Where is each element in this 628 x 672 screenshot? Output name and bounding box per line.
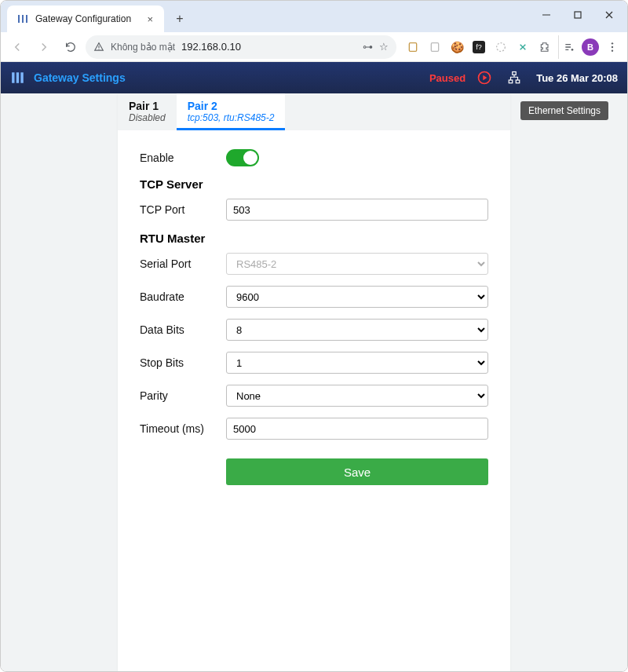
tab-pair-2[interactable]: Pair 2 tcp:503, rtu:RS485-2 <box>177 93 286 130</box>
sidepanel-icon[interactable] <box>558 35 579 59</box>
app-header: Gateway Settings Paused Tue 26 Mar 20:08 <box>1 62 627 93</box>
svg-rect-24 <box>509 80 513 83</box>
minimize-button[interactable] <box>533 4 560 26</box>
datetime: Tue 26 Mar 20:08 <box>536 72 618 84</box>
browser-toolbar: Không bảo mật 192.168.0.10 ⊶ ☆ 🍪 f? B <box>1 32 627 62</box>
window-controls <box>533 4 623 26</box>
menu-button[interactable] <box>602 35 623 59</box>
svg-point-18 <box>612 49 613 51</box>
address-text: 192.168.0.10 <box>181 41 241 53</box>
app-logo-icon <box>10 70 26 86</box>
databits-label: Data Bits <box>140 323 226 336</box>
tcp-port-label: TCP Port <box>140 203 226 216</box>
workspace: Ethernet Settings Pair 1 Disabled Pair 2… <box>1 93 627 671</box>
svg-rect-20 <box>16 72 19 83</box>
tab-pair-1-subtitle: Disabled <box>129 112 166 123</box>
svg-point-11 <box>497 42 506 51</box>
tooltip-ethernet: Ethernet Settings <box>520 101 608 120</box>
tcp-port-input[interactable] <box>226 199 488 221</box>
settings-card: Pair 1 Disabled Pair 2 tcp:503, rtu:RS48… <box>118 93 510 671</box>
tab-pair-1[interactable]: Pair 1 Disabled <box>118 93 177 130</box>
ext-icon-2[interactable] <box>425 35 445 59</box>
pair-tabs: Pair 1 Disabled Pair 2 tcp:503, rtu:RS48… <box>118 93 510 130</box>
ext-icon-5[interactable] <box>491 35 511 59</box>
back-button[interactable] <box>5 35 29 59</box>
tcp-section-header: TCP Server <box>140 177 488 191</box>
address-bar[interactable]: Không bảo mật 192.168.0.10 ⊶ ☆ <box>86 35 396 59</box>
maximize-button[interactable] <box>564 4 591 26</box>
star-icon[interactable]: ☆ <box>379 41 389 53</box>
serial-port-label: Serial Port <box>140 257 226 270</box>
tab-pair-2-title: Pair 2 <box>188 100 275 112</box>
key-icon[interactable]: ⊶ <box>363 41 373 53</box>
svg-rect-4 <box>575 12 581 18</box>
svg-rect-0 <box>18 15 20 23</box>
baudrate-label: Baudrate <box>140 290 226 303</box>
save-button[interactable]: Save <box>226 458 488 485</box>
ext-icon-3[interactable]: 🍪 <box>447 35 467 59</box>
rtu-section-header: RTU Master <box>140 232 488 245</box>
app-title[interactable]: Gateway Settings <box>34 71 422 84</box>
stopbits-select[interactable]: 1 <box>226 352 488 374</box>
parity-label: Parity <box>140 389 226 402</box>
parity-select[interactable]: None <box>226 385 488 407</box>
ext-icon-4[interactable]: f? <box>469 35 489 59</box>
profile-avatar[interactable]: B <box>580 35 601 59</box>
baudrate-select[interactable]: 9600 <box>226 286 488 308</box>
svg-rect-9 <box>409 42 416 51</box>
insecure-icon <box>93 42 104 53</box>
svg-point-16 <box>612 42 613 44</box>
enable-label: Enable <box>140 152 226 164</box>
tab-pair-1-title: Pair 1 <box>129 100 166 112</box>
timeout-label: Timeout (ms) <box>140 422 226 435</box>
serial-port-select[interactable]: RS485-2 <box>226 253 488 275</box>
network-icon[interactable] <box>506 70 522 86</box>
svg-point-17 <box>612 46 613 47</box>
svg-point-8 <box>98 49 99 49</box>
tab-close-button[interactable]: × <box>144 12 156 27</box>
databits-select[interactable]: 8 <box>226 319 488 341</box>
tab-title: Gateway Configuration <box>35 13 137 24</box>
browser-tabstrip: Gateway Configuration × + <box>1 1 627 32</box>
svg-rect-19 <box>12 72 14 83</box>
browser-tab[interactable]: Gateway Configuration × <box>7 5 164 32</box>
ext-icon-1[interactable] <box>403 35 423 59</box>
extension-icons: 🍪 f? B <box>400 35 623 59</box>
timeout-input[interactable] <box>226 418 488 440</box>
enable-toggle[interactable] <box>226 149 259 166</box>
ext-icon-6[interactable] <box>513 35 533 59</box>
svg-rect-10 <box>431 42 438 51</box>
reload-button[interactable] <box>59 35 82 59</box>
svg-rect-1 <box>22 15 24 23</box>
forward-button[interactable] <box>32 35 56 59</box>
play-button[interactable] <box>476 70 492 86</box>
svg-rect-21 <box>20 72 23 83</box>
extensions-icon[interactable] <box>535 35 555 59</box>
form: Enable TCP Server TCP Port RTU Master Se… <box>118 130 510 504</box>
insecure-label: Không bảo mật <box>111 42 175 53</box>
status-label: Paused <box>429 72 466 84</box>
svg-rect-25 <box>516 80 520 83</box>
tab-favicon <box>16 13 29 25</box>
stopbits-label: Stop Bits <box>140 356 226 369</box>
close-window-button[interactable] <box>596 4 623 26</box>
svg-rect-23 <box>513 72 517 75</box>
svg-point-15 <box>571 49 573 51</box>
svg-rect-2 <box>26 15 27 23</box>
new-tab-button[interactable]: + <box>169 8 191 30</box>
tab-pair-2-subtitle: tcp:503, rtu:RS485-2 <box>188 112 275 123</box>
